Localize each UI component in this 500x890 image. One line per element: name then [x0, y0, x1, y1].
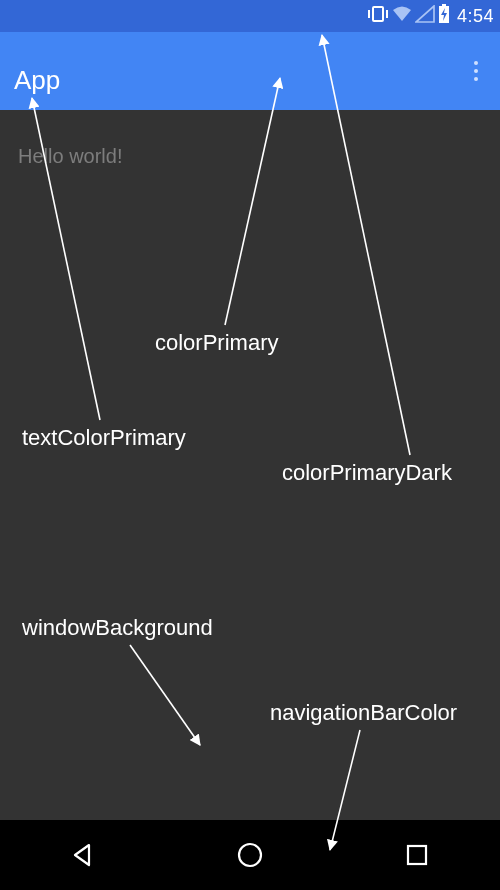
annotation-windowbackground: windowBackground	[22, 615, 213, 641]
wifi-icon	[391, 5, 413, 28]
svg-point-7	[239, 844, 261, 866]
annotation-colorprimarydark: colorPrimaryDark	[282, 460, 452, 486]
battery-charging-icon	[437, 4, 451, 29]
navigation-bar	[0, 820, 500, 890]
back-button[interactable]	[63, 835, 103, 875]
home-button[interactable]	[230, 835, 270, 875]
svg-line-12	[130, 645, 200, 745]
overflow-menu-button[interactable]	[466, 53, 486, 89]
screen: 4:54 App Hello world! colorPrimary textC…	[0, 0, 500, 890]
annotation-textcolorprimary: textColorPrimary	[22, 425, 186, 451]
svg-line-9	[225, 78, 280, 325]
action-bar: App	[0, 32, 500, 110]
hello-text: Hello world!	[18, 145, 122, 168]
status-bar: 4:54	[0, 0, 500, 32]
svg-rect-8	[408, 846, 426, 864]
recents-button[interactable]	[397, 835, 437, 875]
cell-signal-icon	[415, 5, 435, 28]
app-title: App	[14, 65, 60, 96]
svg-rect-0	[373, 7, 383, 21]
vibrate-icon	[367, 5, 389, 28]
annotation-colorprimary: colorPrimary	[155, 330, 278, 356]
status-time: 4:54	[457, 6, 494, 27]
annotation-navigationbarcolor: navigationBarColor	[270, 700, 457, 726]
svg-rect-6	[442, 4, 446, 6]
